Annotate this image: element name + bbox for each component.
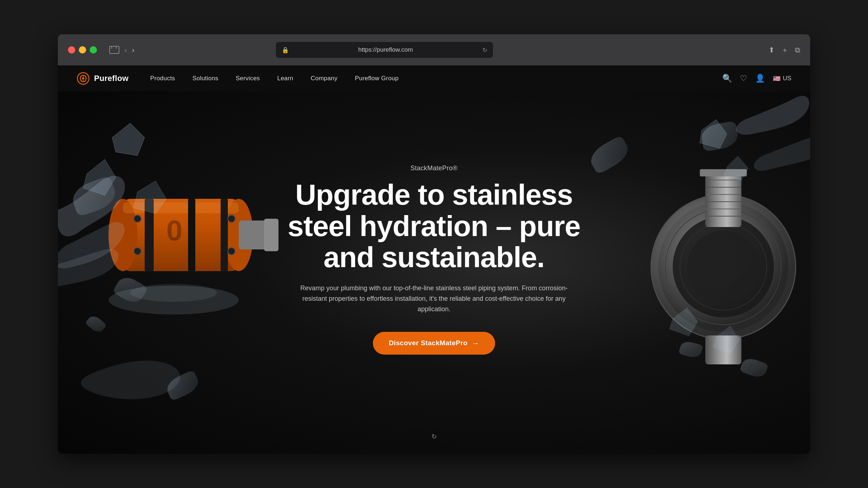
forward-button[interactable]: › [132,46,135,54]
minimize-button[interactable] [79,46,86,53]
flag-icon: 🇺🇸 [773,75,780,82]
hero-headline: Upgrade to stainless steel hydration – p… [268,179,600,273]
tab-switcher-icon[interactable] [109,46,119,54]
nav-links: Products Solutions Services Learn Compan… [150,75,722,82]
tabs-overview-icon[interactable]: ⧉ [795,46,800,54]
logo-text: Pureflow [94,74,128,83]
close-button[interactable] [68,46,75,53]
back-button[interactable]: ‹ [124,46,127,54]
reload-icon[interactable]: ↻ [482,47,487,53]
svg-rect-12 [705,335,741,364]
browser-chrome: ‹ › 🔒 https://pureflow.com ↻ ⬆ ＋ ⧉ [58,34,810,65]
locale-text: US [783,75,791,82]
security-icon: 🔒 [282,47,289,53]
browser-controls: ‹ › [109,46,134,54]
nav-company[interactable]: Company [311,75,337,82]
nav-learn[interactable]: Learn [277,75,293,82]
locale-selector[interactable]: 🇺🇸 US [773,75,791,82]
scroll-indicator: ↻ [431,433,437,441]
svg-rect-24 [188,199,195,271]
crystal-5 [164,369,202,401]
favorites-icon[interactable]: ♡ [740,74,747,83]
nav-services[interactable]: Services [236,75,260,82]
discover-cta-button[interactable]: Discover StackMatePro → [373,332,495,355]
hero-product-label: StackMatePro® [268,164,600,172]
nav-actions: 🔍 ♡ 👤 🇺🇸 US [722,74,791,83]
address-bar-container: 🔒 https://pureflow.com ↻ [276,42,493,58]
logo-icon [77,72,90,85]
svg-rect-10 [705,169,741,227]
svg-point-32 [228,248,235,255]
crystal-3 [700,121,740,152]
new-tab-icon[interactable]: ＋ [781,45,788,55]
nav-pureflow-group[interactable]: Pureflow Group [355,75,399,82]
maximize-button[interactable] [90,46,97,53]
hero-content: StackMatePro® Upgrade to stainless steel… [253,164,615,355]
svg-point-6 [687,231,760,303]
svg-point-31 [228,215,235,222]
svg-text:0: 0 [166,214,183,247]
cta-label: Discover StackMatePro [389,339,468,347]
traffic-lights [68,46,97,53]
nav-products[interactable]: Products [150,75,175,82]
svg-rect-23 [145,199,154,271]
svg-rect-25 [221,199,228,271]
logo[interactable]: Pureflow [77,72,128,85]
address-bar[interactable]: 🔒 https://pureflow.com ↻ [276,42,493,58]
nav-solutions[interactable]: Solutions [192,75,218,82]
hero-subtext: Revamp your plumbing with our top-of-the… [297,283,571,314]
browser-actions: ⬆ ＋ ⧉ [769,45,800,55]
share-icon[interactable]: ⬆ [769,46,775,54]
svg-rect-11 [700,169,747,176]
url-text: https://pureflow.com [293,46,479,53]
svg-point-29 [134,215,141,222]
svg-point-30 [134,248,141,255]
pipe-coupling-right [593,151,803,368]
svg-point-34 [130,284,217,302]
hero-section: 0 [58,65,810,454]
website-content: Pureflow Products Solutions Services Lea… [58,65,810,454]
site-navigation: Pureflow Products Solutions Services Lea… [58,65,810,91]
search-icon[interactable]: 🔍 [722,74,732,83]
account-icon[interactable]: 👤 [755,74,765,83]
browser-window: ‹ › 🔒 https://pureflow.com ↻ ⬆ ＋ ⧉ [58,34,810,454]
cta-arrow-icon: → [472,339,479,347]
